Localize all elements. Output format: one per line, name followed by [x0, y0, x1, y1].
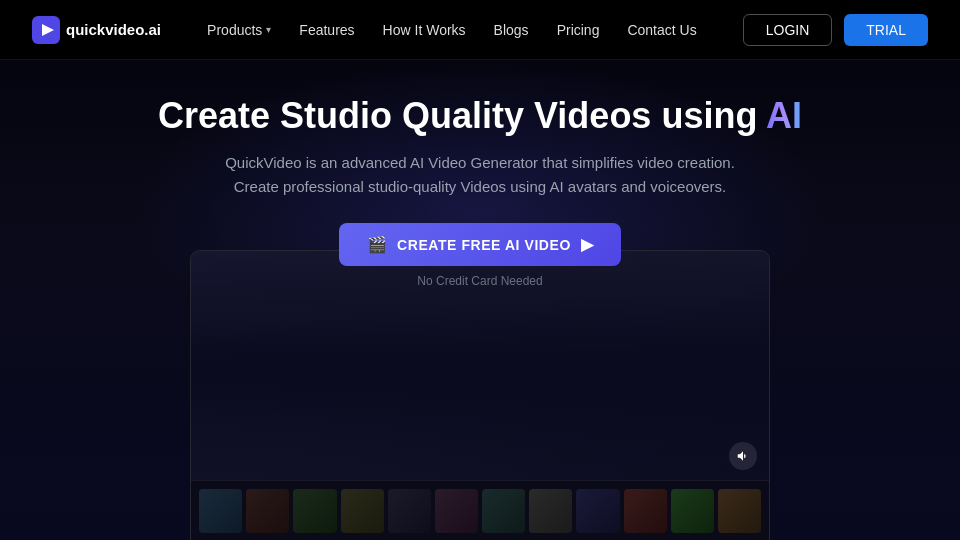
thumbnail-4[interactable] [341, 489, 384, 533]
video-preview-area [190, 250, 770, 540]
thumbnail-8[interactable] [529, 489, 572, 533]
thumbnail-6[interactable] [435, 489, 478, 533]
nav-links: Products ▾ Features How It Works Blogs P… [207, 22, 697, 38]
thumbnail-10[interactable] [624, 489, 667, 533]
nav-how-it-works[interactable]: How It Works [383, 22, 466, 38]
nav-features[interactable]: Features [299, 22, 354, 38]
hero-title: Create Studio Quality Videos using AI [158, 94, 802, 137]
play-arrow-icon: ▶ [581, 235, 594, 254]
logo-icon [32, 16, 60, 44]
nav-contact-us[interactable]: Contact Us [627, 22, 696, 38]
thumbnail-11[interactable] [671, 489, 714, 533]
login-button[interactable]: LOGIN [743, 14, 833, 46]
nav-pricing[interactable]: Pricing [557, 22, 600, 38]
video-camera-icon: 🎬 [367, 235, 388, 254]
mute-icon [736, 449, 750, 463]
nav-blogs[interactable]: Blogs [494, 22, 529, 38]
video-controls [729, 442, 757, 470]
thumbnail-7[interactable] [482, 489, 525, 533]
logo-text: quickvideo.ai [66, 21, 161, 38]
trial-button[interactable]: TRIAL [844, 14, 928, 46]
hero-section: Create Studio Quality Videos using AI Qu… [0, 60, 960, 540]
thumbnail-3[interactable] [293, 489, 336, 533]
hero-subtitle: QuickVideo is an advanced AI Video Gener… [220, 151, 740, 199]
thumbnail-9[interactable] [576, 489, 619, 533]
nav-actions: LOGIN TRIAL [743, 14, 928, 46]
thumbnail-5[interactable] [388, 489, 431, 533]
cta-wrapper: 🎬 CREATE FREE AI VIDEO ▶ No Credit Card … [339, 223, 622, 288]
thumbnail-1[interactable] [199, 489, 242, 533]
no-credit-card-text: No Credit Card Needed [417, 274, 542, 288]
logo[interactable]: quickvideo.ai [32, 16, 161, 44]
thumbnail-12[interactable] [718, 489, 761, 533]
create-free-video-button[interactable]: 🎬 CREATE FREE AI VIDEO ▶ [339, 223, 622, 266]
nav-products[interactable]: Products ▾ [207, 22, 271, 38]
mute-button[interactable] [729, 442, 757, 470]
navigation: quickvideo.ai Products ▾ Features How It… [0, 0, 960, 60]
thumbnail-2[interactable] [246, 489, 289, 533]
video-thumbnail-strip [191, 480, 769, 540]
chevron-down-icon: ▾ [266, 24, 271, 35]
